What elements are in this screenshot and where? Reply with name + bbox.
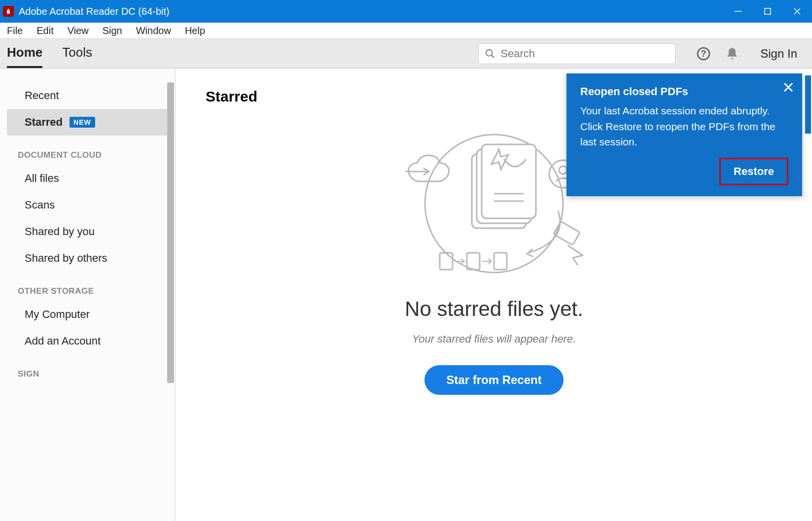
svg-rect-1 (765, 8, 771, 14)
sidebar-item-label: Shared by you (25, 225, 95, 238)
help-icon[interactable]: ? (696, 46, 711, 61)
sidebar-header-cloud: DOCUMENT CLOUD (0, 136, 175, 165)
sidebar-item-label: Scans (25, 199, 55, 211)
search-input[interactable] (500, 47, 669, 60)
restore-button[interactable]: Restore (719, 158, 788, 185)
sidebar-item-label: Shared by others (25, 252, 107, 265)
empty-state-title: No starred files yet. (206, 297, 782, 321)
empty-state-subtitle: Your starred files will appear here. (206, 333, 782, 346)
tab-home[interactable]: Home (7, 39, 42, 68)
menu-view[interactable]: View (62, 23, 95, 38)
sidebar-item-all-files[interactable]: All files (7, 165, 168, 192)
sidebar-header-sign: SIGN (0, 354, 175, 384)
sidebar-item-shared-by-others[interactable]: Shared by others (7, 245, 168, 272)
svg-rect-18 (440, 253, 453, 270)
title-bar: Adobe Acrobat Reader DC (64-bit) (0, 0, 812, 23)
main-scrollbar[interactable] (805, 75, 811, 134)
menu-file[interactable]: File (1, 23, 29, 38)
sidebar-item-scans[interactable]: Scans (7, 192, 168, 218)
bell-icon[interactable] (725, 46, 740, 61)
maximize-button[interactable] (753, 0, 782, 23)
tab-tools[interactable]: Tools (62, 39, 92, 68)
reopen-popup: Reopen closed PDFs Your last Acrobat ses… (566, 73, 802, 196)
menu-sign[interactable]: Sign (97, 23, 128, 38)
sidebar-item-label: Starred (25, 116, 63, 129)
popup-title: Reopen closed PDFs (580, 85, 788, 98)
sidebar-item-starred[interactable]: Starred NEW (7, 109, 168, 136)
sidebar-item-label: Add an Account (25, 335, 101, 347)
svg-point-16 (559, 166, 567, 174)
popup-text: Your last Acrobat session ended abruptly… (580, 103, 788, 150)
svg-rect-20 (494, 253, 507, 270)
svg-point-4 (486, 49, 493, 56)
search-box[interactable] (478, 43, 675, 64)
sidebar-item-my-computer[interactable]: My Computer (7, 301, 168, 328)
new-badge: NEW (70, 117, 95, 128)
sidebar-item-shared-by-you[interactable]: Shared by you (7, 218, 168, 245)
sidebar-header-other: OTHER STORAGE (0, 272, 175, 301)
sidebar-item-add-account[interactable]: Add an Account (7, 328, 168, 354)
menu-bar: File Edit View Sign Window Help (0, 23, 812, 39)
acrobat-logo-icon (3, 6, 14, 17)
sidebar-item-label: Recent (25, 89, 59, 102)
star-from-recent-button[interactable]: Star from Recent (424, 365, 563, 395)
minimize-button[interactable] (723, 0, 753, 23)
search-icon (485, 48, 495, 59)
sidebar-scrollbar[interactable] (167, 82, 174, 383)
close-button[interactable] (782, 0, 812, 23)
window-title: Adobe Acrobat Reader DC (64-bit) (19, 6, 170, 17)
menu-window[interactable]: Window (130, 23, 177, 38)
sign-in-button[interactable]: Sign In (760, 47, 797, 61)
menu-edit[interactable]: Edit (31, 23, 59, 38)
sidebar: Recent Starred NEW DOCUMENT CLOUD All fi… (0, 69, 176, 521)
sidebar-item-label: All files (25, 172, 59, 185)
svg-text:?: ? (701, 49, 706, 59)
main-content: Starred No starred files yet. Your starr (176, 69, 812, 521)
close-icon[interactable] (783, 82, 793, 92)
toolbar: Home Tools ? Sign In (0, 39, 812, 69)
menu-help[interactable]: Help (179, 23, 211, 38)
sidebar-item-recent[interactable]: Recent (7, 82, 168, 109)
svg-line-5 (492, 55, 494, 58)
sidebar-item-label: My Computer (25, 308, 90, 321)
svg-rect-12 (482, 144, 536, 218)
